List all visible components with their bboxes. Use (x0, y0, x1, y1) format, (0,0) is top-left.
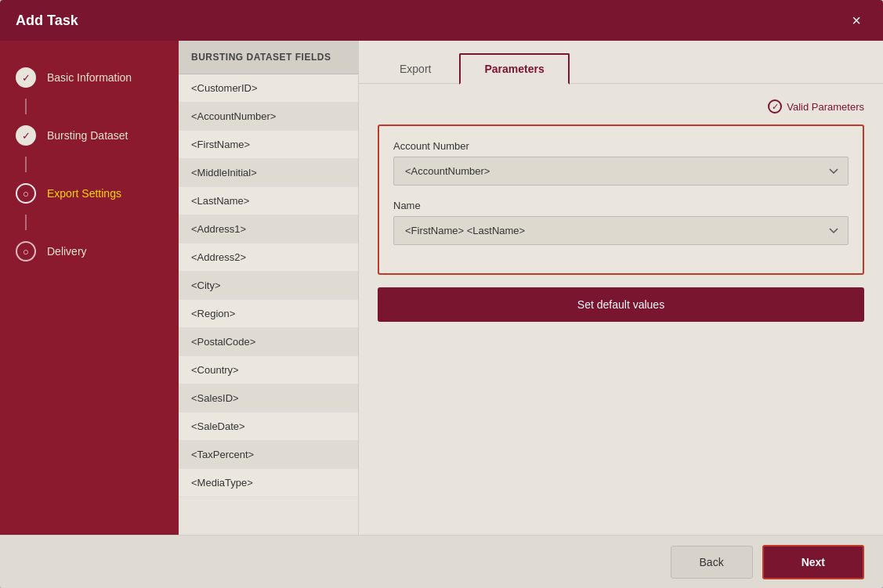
back-button[interactable]: Back (671, 546, 753, 579)
fields-panel: BURSTING DATASET FIELDS <CustomerID> <Ac… (179, 41, 359, 535)
account-number-select[interactable]: <AccountNumber><CustomerID><SalesID> (393, 157, 849, 186)
name-group: Name <FirstName> <LastName><FirstName><L… (393, 200, 849, 245)
field-item-customerid[interactable]: <CustomerID> (179, 74, 358, 103)
step-circle-export-settings: ○ (16, 183, 36, 204)
step-connector-1 (25, 99, 27, 114)
account-number-group: Account Number <AccountNumber><CustomerI… (393, 140, 849, 186)
next-button[interactable]: Next (762, 545, 864, 579)
add-task-dialog: Add Task × ✓ Basic Information ✓ Burstin… (0, 0, 883, 588)
main-area: ✓ Basic Information ✓ Bursting Dataset ○… (0, 41, 883, 535)
field-item-taxpercent[interactable]: <TaxPercent> (179, 441, 358, 469)
footer: Back Next (0, 535, 883, 588)
field-item-address1[interactable]: <Address1> (179, 215, 358, 243)
name-label: Name (393, 200, 849, 211)
step-label-export-settings: Export Settings (47, 187, 121, 200)
step-connector-2 (25, 157, 27, 172)
fields-panel-title: BURSTING DATASET FIELDS (179, 41, 358, 74)
field-item-salesid[interactable]: <SalesID> (179, 384, 358, 413)
right-panel: Export Parameters ✓ Valid Parameters Acc (359, 41, 883, 535)
sidebar-item-delivery[interactable]: ○ Delivery (0, 230, 179, 272)
valid-params-section: ✓ Valid Parameters (378, 99, 864, 114)
step-label-delivery: Delivery (47, 245, 87, 258)
valid-params-icon: ✓ (768, 99, 782, 114)
valid-params-label: Valid Parameters (787, 101, 864, 113)
field-item-address2[interactable]: <Address2> (179, 243, 358, 272)
close-button[interactable]: × (845, 9, 867, 31)
tabs-bar: Export Parameters (359, 41, 883, 84)
step-circle-bursting-dataset: ✓ (16, 125, 36, 146)
parameters-form: Account Number <AccountNumber><CustomerI… (378, 124, 864, 275)
tab-content-parameters: ✓ Valid Parameters Account Number <Accou… (359, 84, 883, 535)
account-number-label: Account Number (393, 140, 849, 152)
step-circle-basic-info: ✓ (16, 67, 36, 88)
title-bar: Add Task × (0, 0, 883, 41)
tab-export[interactable]: Export (375, 53, 456, 83)
field-item-lastname[interactable]: <LastName> (179, 187, 358, 215)
step-connector-3 (25, 215, 27, 230)
sidebar-item-basic-info[interactable]: ✓ Basic Information (0, 56, 179, 99)
field-item-accountnumber[interactable]: <AccountNumber> (179, 103, 358, 131)
fields-list: <CustomerID> <AccountNumber> <FirstName>… (179, 74, 358, 535)
field-item-postalcode[interactable]: <PostalCode> (179, 328, 358, 356)
sidebar: ✓ Basic Information ✓ Bursting Dataset ○… (0, 41, 179, 535)
field-item-mediatype[interactable]: <MediaType> (179, 469, 358, 497)
name-select[interactable]: <FirstName> <LastName><FirstName><LastNa… (393, 216, 849, 245)
tab-parameters[interactable]: Parameters (459, 53, 569, 85)
field-item-saledate[interactable]: <SaleDate> (179, 413, 358, 441)
sidebar-item-export-settings[interactable]: ○ Export Settings (0, 172, 179, 215)
step-circle-delivery: ○ (16, 241, 36, 262)
field-item-city[interactable]: <City> (179, 272, 358, 300)
content-area: BURSTING DATASET FIELDS <CustomerID> <Ac… (179, 41, 883, 535)
sidebar-item-bursting-dataset[interactable]: ✓ Bursting Dataset (0, 114, 179, 157)
field-item-country[interactable]: <Country> (179, 356, 358, 384)
step-label-bursting-dataset: Bursting Dataset (47, 129, 128, 142)
field-item-firstname[interactable]: <FirstName> (179, 131, 358, 159)
dialog-title: Add Task (16, 13, 78, 29)
step-label-basic-info: Basic Information (47, 71, 132, 84)
set-default-values-button[interactable]: Set default values (378, 287, 864, 322)
field-item-middleinitial[interactable]: <MiddleInitial> (179, 159, 358, 187)
field-item-region[interactable]: <Region> (179, 300, 358, 328)
